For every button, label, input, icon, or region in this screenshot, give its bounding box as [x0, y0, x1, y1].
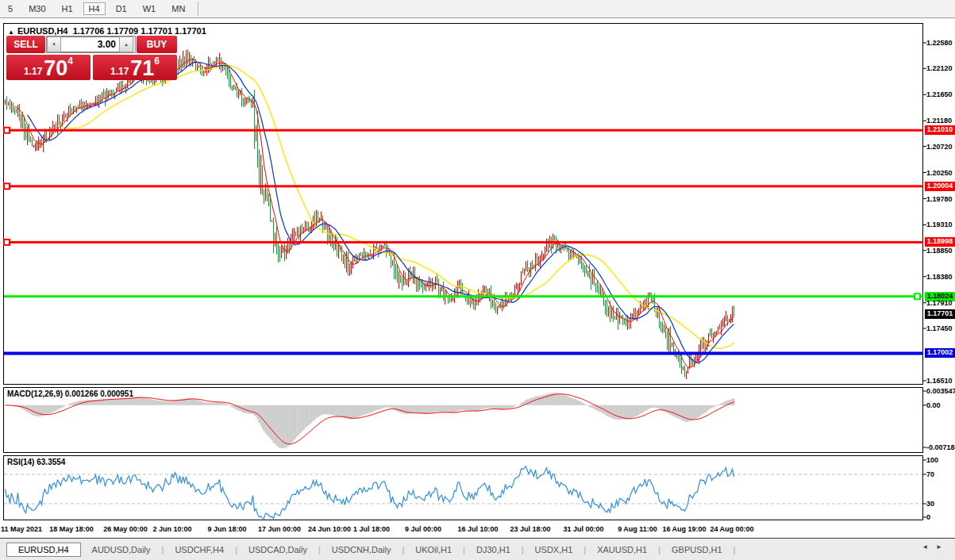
rsi-scale-label-100: 100 [926, 456, 938, 464]
macd-scale-label: -0.007185 [926, 443, 955, 451]
x-tick-label-17-jun-00-00: 17 Jun 00:00 [258, 525, 301, 533]
tab-xauusd-h1[interactable]: XAUUSD,H1 [586, 543, 658, 556]
y-tick-label-1.21650: 1.21650 [926, 90, 953, 98]
y-tick-label-1.22580: 1.22580 [926, 39, 953, 47]
x-tick-label-23-jul-18-00: 23 Jul 18:00 [510, 525, 550, 533]
tab-scroll-left-icon[interactable]: ◄ [922, 543, 936, 550]
y-tick-label-1.18380: 1.18380 [926, 273, 953, 281]
timeframe-h1[interactable]: H1 [56, 2, 79, 15]
x-tick-label-16-jul-10-00: 16 Jul 10:00 [457, 525, 498, 533]
rsi-scale-label-70: 70 [926, 470, 934, 478]
timeframe-m30[interactable]: M30 [23, 2, 51, 15]
chart-symbol-header: ▲EURUSD,H4 1.17706 1.17709 1.17701 1.177… [8, 26, 206, 36]
timeframe-w1[interactable]: W1 [137, 2, 162, 15]
x-tick-label-16-aug-19-00: 16 Aug 19:00 [662, 525, 706, 533]
rsi-pane[interactable] [3, 455, 923, 520]
timeframe-5[interactable]: 5 [2, 2, 18, 15]
toolbar-separator [198, 2, 198, 16]
x-tick-label-24-aug-00-00: 24 Aug 00:00 [710, 525, 753, 533]
x-tick-label-2-jun-10-00: 2 Jun 10:00 [152, 525, 191, 533]
timeframe-h4[interactable]: H4 [83, 2, 106, 15]
terminal-window: 5M30H1H4D1W1MN ▲EURUSD,H4 1.17706 1.1770… [0, 0, 955, 560]
tab-gbpusd-h1[interactable]: GBPUSD,H1 [660, 543, 734, 556]
sell-price-point: 4 [67, 56, 73, 67]
tab-eurusd-h4[interactable]: EURUSD,H4 [6, 543, 81, 557]
x-tick-label-11-may-2021: 11 May 2021 [1, 525, 42, 533]
tab-audusd-daily[interactable]: AUDUSD,Daily [81, 543, 162, 556]
x-tick-label-24-jun-10-00: 24 Jun 10:00 [308, 525, 351, 533]
sell-price-pips: 70 [44, 58, 67, 79]
buy-price-point: 6 [154, 56, 160, 67]
y-tick-label-1.20720: 1.20720 [926, 143, 953, 151]
rsi-scale-label-30: 30 [926, 500, 934, 508]
y-tick-label-1.17450: 1.17450 [926, 324, 953, 332]
buy-price-button[interactable]: 1.17 71 6 [93, 55, 177, 80]
timeframe-mn[interactable]: MN [166, 2, 191, 15]
one-click-trading-panel: SELL ▾ ▴ BUY 1.17 70 4 1.17 71 6 [6, 36, 177, 80]
volume-decrease-icon[interactable]: ▾ [47, 36, 61, 52]
tab-usdcad-daily[interactable]: USDCAD,Daily [237, 543, 318, 556]
x-tick-label-9-jul-00-00: 9 Jul 00:00 [405, 525, 441, 533]
timeframe-toolbar: 5M30H1H4D1W1MN [0, 0, 955, 18]
tab-usdcnh-daily[interactable]: USDCNH,Daily [321, 543, 402, 556]
sell-price-prefix: 1.17 [24, 66, 42, 77]
y-tick-label-1.16510: 1.16510 [926, 377, 953, 385]
rsi-scale-label-0: 0 [926, 513, 930, 521]
macd-scale-label: 0.00 [926, 401, 941, 409]
price-level-tag-1.21010: 1.21010 [925, 125, 955, 135]
y-tick-label-1.18850: 1.18850 [926, 247, 953, 255]
price-level-tag-1.20004: 1.20004 [925, 182, 955, 191]
y-tick-label-1.19310: 1.19310 [926, 221, 953, 228]
sell-button[interactable]: SELL [6, 36, 45, 53]
x-tick-label-1-jul-18-00: 1 Jul 18:00 [353, 525, 390, 533]
buy-price-pips: 71 [130, 58, 154, 79]
macd-pane[interactable] [3, 387, 923, 453]
y-tick-label-1.20250: 1.20250 [926, 169, 953, 177]
x-tick-label-31-jul-00-00: 31 Jul 00:00 [563, 525, 603, 533]
price-level-tag-1.17002: 1.17002 [925, 348, 955, 358]
tab-separator: | [734, 545, 736, 554]
buy-price-prefix: 1.17 [110, 66, 129, 77]
x-tick-label-9-aug-11-00: 9 Aug 11:00 [618, 525, 657, 533]
volume-increase-icon[interactable]: ▴ [119, 36, 133, 52]
collapse-panel-icon[interactable]: ▲ [8, 29, 14, 36]
tab-scroll-arrows[interactable]: ◄► [922, 543, 950, 550]
tab-scroll-right-icon[interactable]: ► [936, 543, 950, 550]
tab-usdx-h1[interactable]: USDX,H1 [524, 543, 584, 556]
macd-scale-label: 0.003547 [926, 387, 955, 395]
y-tick-label-1.22120: 1.22120 [926, 64, 953, 72]
y-tick-label-1.19780: 1.19780 [926, 195, 953, 203]
tab-ukoil-h1[interactable]: UKOil,H1 [404, 543, 463, 556]
price-level-tag-1.18998: 1.18998 [925, 237, 955, 247]
tab-dj30-h1[interactable]: DJ30,H1 [465, 543, 522, 556]
chart-tab-bar: EURUSD,H4AUDUSD,Daily|USDCHF,H4|USDCAD,D… [0, 538, 955, 560]
buy-button[interactable]: BUY [137, 36, 177, 53]
x-tick-label-9-jun-18-00: 9 Jun 18:00 [207, 525, 246, 533]
ohlc-values: 1.17706 1.17709 1.17701 1.17701 [73, 26, 206, 36]
y-tick-label-1.17910: 1.17910 [926, 299, 953, 307]
timeframe-d1[interactable]: D1 [110, 2, 133, 15]
macd-indicator-label: MACD(12,26,9) 0.001266 0.000951 [7, 389, 133, 398]
symbol-period-label: EURUSD,H4 [17, 26, 68, 36]
rsi-indicator-label: RSI(14) 63.3554 [7, 458, 65, 466]
volume-stepper: ▾ ▴ [46, 36, 136, 53]
x-tick-label-26-may-00-00: 26 May 00:00 [103, 525, 148, 533]
tab-usdchf-h4[interactable]: USDCHF,H4 [164, 543, 235, 556]
volume-input[interactable] [61, 36, 119, 52]
y-tick-label-1.21180: 1.21180 [926, 117, 952, 125]
x-tick-label-18-may-18-00: 18 May 18:00 [49, 525, 94, 533]
current-price-tag: 1.17701 [925, 309, 955, 319]
sell-price-button[interactable]: 1.17 70 4 [6, 55, 90, 80]
